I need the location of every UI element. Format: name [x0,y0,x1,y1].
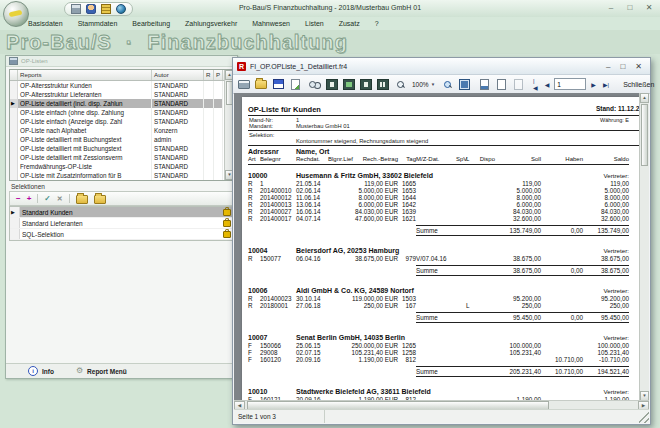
col-header-l: L [466,156,475,163]
prev-page-button[interactable]: ◀ [543,81,552,88]
selection-row[interactable]: SQL-Selektion [10,229,234,240]
maximize-button[interactable]: □ [625,3,635,13]
menu-item-zusatz[interactable]: Zusatz [339,20,360,27]
report-row[interactable]: ▶OP-Liste detailliert (incl. disp. Zahlu… [10,99,234,108]
col-saldo: 6.000,00 [583,201,629,208]
minimize-button[interactable]: – [606,3,616,13]
selection-row[interactable]: ▶Standard Kunden [10,207,234,218]
col-reports[interactable]: Reports [18,70,152,80]
report-vertical-scrollbar[interactable]: ▲ ▼ [639,93,649,401]
edit-page-button[interactable] [494,77,508,91]
app-logo[interactable] [3,1,29,27]
col-mzdat [416,201,456,208]
resize-grip[interactable] [639,410,649,423]
menu-item-[interactable]: ? [375,20,379,27]
report-row[interactable]: OP-Liste detailliert mit Buchungstextadm… [10,135,234,144]
close-button[interactable]: ✕ [644,3,654,13]
menu-item-listen[interactable]: Listen [305,20,324,27]
banner-brand: Pro-Bau/S [6,31,112,54]
first-page-button[interactable]: |◀ [531,78,540,91]
row-selector [10,126,18,135]
summe-box: Summe135.749,000,00135.749,00 [416,225,629,236]
report-row[interactable]: OP-Liste nach AlphabetKonzern [10,126,234,135]
save-button[interactable] [271,77,285,91]
col-betrag: 250,00 EUR [332,302,398,309]
zoom-level-dropdown[interactable]: 100%▼ [410,81,437,88]
menu-item-zahlungsverkehr[interactable]: Zahlungsverkehr [185,20,237,27]
col-art: R [248,194,260,201]
col-tag: 812 [398,356,416,363]
col-l [466,187,475,194]
delete-page-button[interactable] [511,77,525,91]
op-listen-body: Reports Autor R P OP-Altersstruktur Kund… [6,67,237,378]
zoom-out-icon[interactable] [393,77,407,91]
report-row[interactable]: OP-Altersstruktur KundenSTANDARD [10,81,234,90]
col-header-tag: Tag [398,156,416,163]
report-row[interactable]: OP-Liste einfach (Anzeige disp. ZahlSTAN… [10,117,234,126]
menu-item-mahnwesen[interactable]: Mahnwesen [252,20,290,27]
report-close-button[interactable]: ✕ [635,62,642,71]
info-button[interactable]: Info [42,368,54,375]
next-page-button[interactable]: ▶ [589,81,598,88]
scrollbar-thumb[interactable] [641,104,648,166]
page-outline-button[interactable] [477,77,491,91]
report-content-area: OP-Liste für Kunden Stand: 11.12.201 Man… [234,93,649,401]
report-row[interactable]: OP-Liste detailliert mit ZessionsvermSTA… [10,153,234,162]
menu-item-basisdaten[interactable]: Basisdaten [28,20,63,27]
page-number-input[interactable] [554,78,586,90]
selection-row[interactable]: Standard Lieferanten [10,218,234,229]
col-saldo: 8.000,00 [583,194,629,201]
col-dispo [475,356,495,363]
col-soll: 6.000,00 [495,201,541,208]
col-l [466,356,475,363]
gear-icon[interactable]: ⚙ [76,367,83,375]
zoom-in-icon[interactable] [440,77,454,91]
col-belegnr: 160120 [260,356,296,363]
cancel-icon[interactable]: ✕ [57,193,63,204]
col-p[interactable]: P [214,70,223,80]
add-selection-button[interactable]: + [27,193,32,204]
open-button[interactable] [254,77,268,91]
page-width-button[interactable] [359,77,373,91]
folder-open-icon[interactable] [94,195,106,204]
confirm-icon[interactable]: ✓ [44,193,50,204]
op-listen-titlebar[interactable]: OP-Listen [6,56,237,67]
report-row[interactable]: OP-Altersstruktur LieferantenSTANDARD [10,90,234,99]
report-stand-date: Stand: 11.12.201 [596,105,640,112]
col-saldo: 250,00 [583,302,629,309]
two-pages-button[interactable] [342,77,356,91]
col-soll: 32.600,00 [495,215,541,222]
schliessen-button[interactable]: Schließen [617,81,660,88]
col-belegnr: 201400010 [260,187,296,194]
summe-haben: 0,00 [541,267,583,274]
report-minimize-button[interactable]: – [606,62,610,71]
last-page-button[interactable]: ▶| [601,81,611,88]
report-row[interactable]: OP-Liste einfach (ohne disp. ZahlungSTAN… [10,108,234,117]
report-menu-button[interactable]: Report Menü [87,368,127,375]
report-window-titlebar[interactable]: R FI_OP.OPListe_1_Detailliert.fr4 – □ ✕ [233,58,650,75]
thumbnails-button[interactable] [457,77,471,91]
print-button[interactable] [237,77,251,91]
op-row: F16012020.09.161.190,00 EUR81210.710,00-… [248,356,640,363]
report-maximize-button[interactable]: □ [620,62,625,71]
find-button[interactable] [305,77,319,91]
col-saldo: 105.231,40 [583,349,629,356]
export-button[interactable] [288,77,302,91]
many-pages-button[interactable] [376,77,390,91]
report-row[interactable]: OP-Liste mit Zusatzinformation für BSTAN… [10,171,234,180]
col-r[interactable]: R [204,70,214,80]
col-rechdat: 02.06.14 [296,187,328,194]
col-rechdat: 13.06.14 [296,201,328,208]
report-row[interactable]: Fremdwährungs-OP-ListeSTANDARD [10,162,234,171]
col-tag: 1621 [398,215,416,222]
report-row[interactable]: OP-Liste detailliert mit BuchungstextSTA… [10,144,234,153]
info-icon[interactable]: i [28,366,38,376]
menu-item-stammdaten[interactable]: Stammdaten [78,20,118,27]
col-spv [456,342,466,349]
remove-selection-button[interactable]: − [16,193,21,204]
menu-item-bearbeitung[interactable]: Bearbeitung [132,20,170,27]
scroll-up-icon[interactable]: ▲ [640,93,649,103]
whole-page-button[interactable] [325,77,339,91]
col-autor[interactable]: Autor [152,70,204,80]
folder-icon[interactable] [76,195,88,204]
